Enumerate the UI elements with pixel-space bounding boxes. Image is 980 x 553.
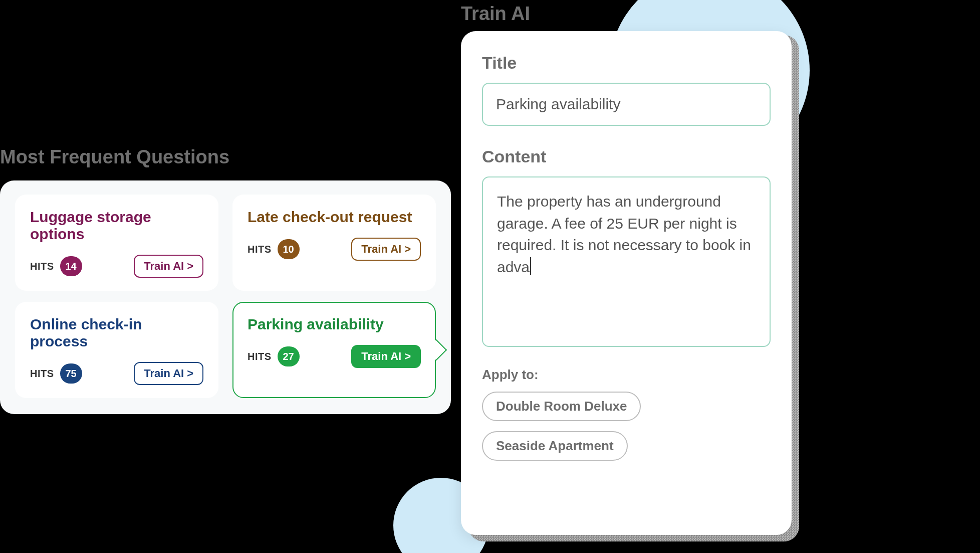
hits-label: HITS <box>248 244 272 255</box>
train-ai-label: Train AI <box>144 260 184 273</box>
hits-badge: 27 <box>278 346 300 366</box>
train-ai-label: Train AI <box>144 367 184 380</box>
train-ai-button[interactable]: Train AI > <box>351 345 421 368</box>
most-frequent-questions-heading: Most Frequent Questions <box>0 146 229 168</box>
hits-label: HITS <box>248 351 272 362</box>
question-card-luggage[interactable]: Luggage storage options HITS 14 Train AI… <box>15 195 218 291</box>
hits-wrap: HITS 27 <box>248 346 300 366</box>
apply-chip-seaside[interactable]: Seaside Apartment <box>482 431 628 461</box>
title-field-label: Title <box>482 53 771 73</box>
hits-badge: 75 <box>60 363 82 384</box>
question-title: Late check-out request <box>248 209 421 226</box>
question-title: Parking availability <box>248 316 421 333</box>
train-ai-button[interactable]: Train AI > <box>351 238 421 261</box>
train-ai-label: Train AI <box>361 350 401 363</box>
hits-badge: 10 <box>278 239 300 259</box>
apply-to-chips: Double Room Deluxe Seaside Apartment <box>482 392 771 461</box>
chevron-right-icon: > <box>187 367 193 380</box>
train-ai-heading: Train AI <box>461 3 530 25</box>
question-card-online-checkin[interactable]: Online check-in process HITS 75 Train AI… <box>15 302 218 398</box>
train-ai-label: Train AI <box>361 243 401 256</box>
title-input[interactable] <box>482 83 771 126</box>
train-ai-button[interactable]: Train AI > <box>134 255 203 278</box>
chevron-right-icon: > <box>404 350 411 363</box>
questions-panel: Luggage storage options HITS 14 Train AI… <box>0 180 451 414</box>
content-textarea[interactable]: The property has an underground garage. … <box>482 176 771 347</box>
hits-label: HITS <box>30 368 54 380</box>
hits-wrap: HITS 14 <box>30 256 82 276</box>
text-cursor-icon <box>530 257 531 275</box>
chevron-right-icon: > <box>187 260 193 273</box>
train-ai-panel: Title Content The property has an underg… <box>461 31 792 535</box>
hits-badge: 14 <box>60 256 82 276</box>
apply-to-label: Apply to: <box>482 367 771 383</box>
train-ai-button[interactable]: Train AI > <box>134 362 203 385</box>
question-card-late-checkout[interactable]: Late check-out request HITS 10 Train AI … <box>232 195 436 291</box>
question-title: Online check-in process <box>30 316 203 350</box>
question-title: Luggage storage options <box>30 209 203 243</box>
chevron-right-icon: > <box>404 243 411 256</box>
hits-label: HITS <box>30 261 54 272</box>
apply-chip-double-room[interactable]: Double Room Deluxe <box>482 392 641 421</box>
hits-wrap: HITS 10 <box>248 239 300 259</box>
hits-wrap: HITS 75 <box>30 363 82 384</box>
content-field-label: Content <box>482 147 771 166</box>
content-text: The property has an underground garage. … <box>497 193 751 275</box>
question-card-parking[interactable]: Parking availability HITS 27 Train AI > <box>232 302 436 398</box>
